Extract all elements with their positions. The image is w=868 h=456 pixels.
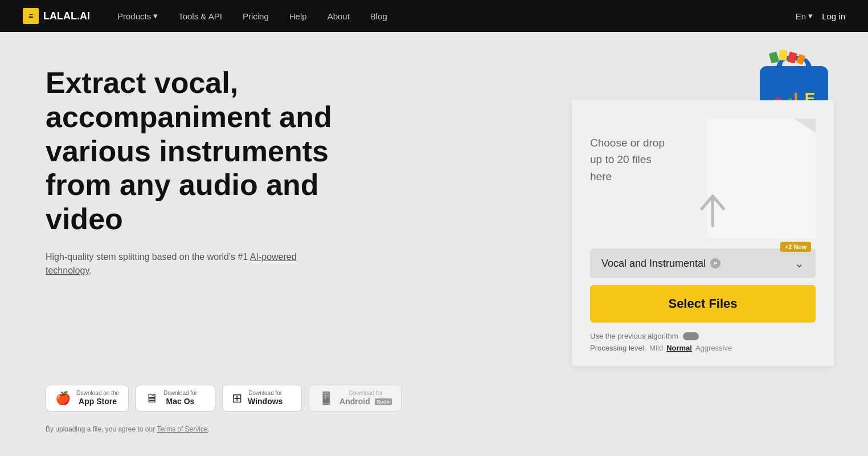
- windows-button[interactable]: ⊞ Download for Windows: [222, 385, 302, 412]
- algorithm-toggle-row: Use the previous algorithm: [590, 332, 816, 340]
- android-icon: 📱: [318, 391, 334, 406]
- processing-aggressive[interactable]: Aggressive: [695, 344, 732, 352]
- macos-button[interactable]: 🖥 Download for Mac Os: [136, 385, 215, 412]
- terms-link[interactable]: Terms of Service: [157, 425, 207, 433]
- navbar: ≡ LALAL.AI Products ▾ Tools & API Pricin…: [0, 0, 868, 32]
- processing-label: Processing level:: [590, 344, 646, 352]
- algo-toggle[interactable]: [683, 332, 699, 340]
- hero-text: Extract vocal, accompaniment and various…: [46, 66, 549, 300]
- logo-icon: ≡: [23, 8, 39, 24]
- logo-text: LALAL.AI: [43, 10, 90, 22]
- select-files-button[interactable]: Select Files: [590, 285, 816, 323]
- drop-zone[interactable]: Choose or drop up to 20 files here: [590, 119, 816, 244]
- drop-text: Choose or drop up to 20 files here: [590, 135, 665, 185]
- new-badge: +2 New: [780, 242, 811, 252]
- hero-subtitle: High-quality stem splitting based on the…: [46, 250, 319, 278]
- app-store-button[interactable]: 🍎 Download on the App Store: [46, 385, 129, 412]
- upload-section: S A L E Choose or drop: [572, 66, 834, 433]
- algo-label: Use the previous algorithm: [590, 332, 678, 340]
- nav-link-products[interactable]: Products ▾: [108, 6, 167, 26]
- pro-badge: P: [710, 258, 720, 268]
- nav-link-help[interactable]: Help: [280, 7, 316, 26]
- nav-link-blog[interactable]: Blog: [361, 7, 396, 26]
- upload-options: Use the previous algorithm Processing le…: [590, 332, 816, 352]
- chevron-down-icon: ▾: [153, 11, 158, 21]
- soon-badge: Soon: [375, 398, 392, 405]
- nav-links: Products ▾ Tools & API Pricing Help Abou…: [108, 6, 796, 26]
- processing-mild[interactable]: Mild: [649, 344, 663, 352]
- windows-icon: ⊞: [232, 391, 242, 406]
- chevron-down-icon: ▾: [808, 11, 813, 21]
- nav-link-about[interactable]: About: [318, 7, 359, 26]
- language-selector[interactable]: En ▾: [796, 11, 813, 21]
- logo[interactable]: ≡ LALAL.AI: [23, 8, 90, 24]
- main-content: Extract vocal, accompaniment and various…: [0, 32, 868, 456]
- terms-text: By uploading a file, you agree to our Te…: [46, 425, 549, 433]
- nav-link-pricing[interactable]: Pricing: [234, 7, 278, 26]
- nav-right: En ▾ Log in: [796, 11, 845, 21]
- upload-card: Choose or drop up to 20 files here +2 Ne…: [572, 100, 834, 366]
- hero-title: Extract vocal, accompaniment and various…: [46, 66, 365, 237]
- download-buttons: 🍎 Download on the App Store 🖥 Download f…: [46, 385, 549, 412]
- android-button[interactable]: 📱 Download for Android Soon: [309, 385, 402, 412]
- chevron-down-icon: ⌄: [795, 256, 804, 270]
- nav-link-tools[interactable]: Tools & API: [169, 7, 231, 26]
- processing-normal[interactable]: Normal: [666, 344, 692, 352]
- stem-label-text: Vocal and Instrumental: [601, 258, 706, 270]
- macos-icon: 🖥: [145, 391, 158, 406]
- apple-icon: 🍎: [55, 391, 71, 406]
- stem-selector[interactable]: +2 New Vocal and Instrumental P ⌄: [590, 249, 816, 278]
- download-section: 🍎 Download on the App Store 🖥 Download f…: [46, 385, 549, 433]
- upload-arrow-icon: [696, 192, 729, 235]
- login-button[interactable]: Log in: [822, 11, 845, 21]
- processing-level-row: Processing level: Mild Normal Aggressive: [590, 344, 816, 352]
- hero-section: Extract vocal, accompaniment and various…: [46, 66, 549, 433]
